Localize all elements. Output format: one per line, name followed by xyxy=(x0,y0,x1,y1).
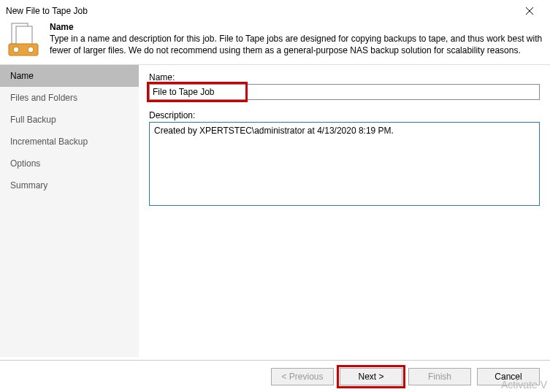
name-field-wrap xyxy=(149,84,540,100)
window-title: New File to Tape Job xyxy=(6,6,88,16)
close-icon xyxy=(526,7,533,15)
svg-point-5 xyxy=(13,47,19,53)
titlebar: New File to Tape Job xyxy=(0,0,550,19)
wizard-sidebar: Name Files and Folders Full Backup Incre… xyxy=(0,65,139,357)
header-description: Type in a name and description for this … xyxy=(50,33,543,56)
wizard-main: Name: Description: xyxy=(139,65,550,357)
description-label: Description: xyxy=(149,110,540,120)
sidebar-item-name[interactable]: Name xyxy=(0,65,139,87)
next-button[interactable]: Next > xyxy=(340,368,402,385)
header-title: Name xyxy=(50,22,543,32)
description-input[interactable] xyxy=(149,122,540,206)
next-button-wrap: Next > xyxy=(340,368,402,385)
sidebar-item-files-folders[interactable]: Files and Folders xyxy=(0,87,139,109)
previous-button: < Previous xyxy=(271,368,334,385)
wizard-footer: < Previous Next > Finish Cancel xyxy=(0,360,550,392)
sidebar-item-summary[interactable]: Summary xyxy=(0,174,139,196)
svg-point-6 xyxy=(28,47,34,53)
tape-job-icon xyxy=(7,22,42,57)
cancel-button[interactable]: Cancel xyxy=(477,368,540,385)
sidebar-item-incremental-backup[interactable]: Incremental Backup xyxy=(0,131,139,153)
finish-button: Finish xyxy=(408,368,471,385)
sidebar-item-full-backup[interactable]: Full Backup xyxy=(0,109,139,131)
wizard-header: Name Type in a name and description for … xyxy=(0,19,550,65)
name-label: Name: xyxy=(149,72,540,82)
header-text: Name Type in a name and description for … xyxy=(50,22,543,57)
name-input[interactable] xyxy=(149,84,540,100)
close-button[interactable] xyxy=(515,3,544,19)
wizard-body: Name Files and Folders Full Backup Incre… xyxy=(0,65,550,357)
sidebar-item-options[interactable]: Options xyxy=(0,153,139,174)
